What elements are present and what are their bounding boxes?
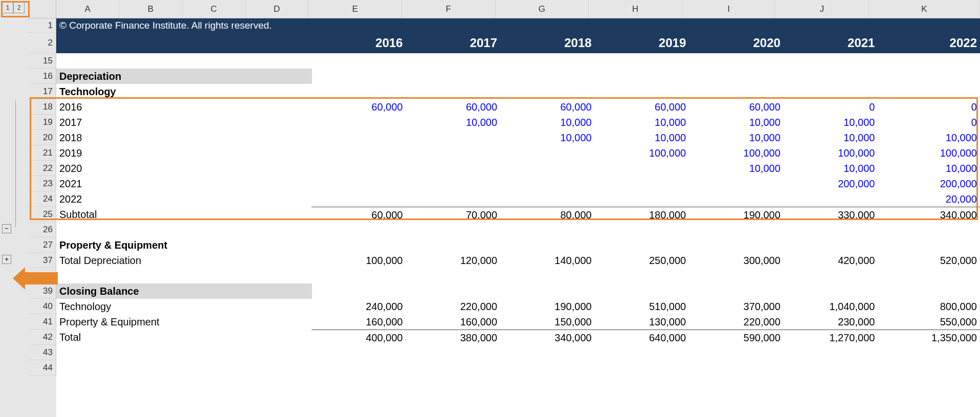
total-dep-2020: 300,000 [689, 253, 784, 268]
schedule-2020-col0 [311, 161, 406, 176]
schedule-2018-col6: 10,000 [878, 130, 980, 145]
banner-row-1: © Corporate Finance Institute. All right… [56, 18, 980, 33]
closing-total-2019: 640,000 [595, 330, 689, 345]
column-header-A[interactable]: A [56, 0, 119, 18]
row-header-19[interactable]: 19 [29, 115, 56, 130]
row-header-21[interactable]: 21 [29, 145, 56, 161]
outline-level-2-button[interactable]: 2 [13, 2, 25, 13]
schedule-2017-col0 [311, 115, 406, 130]
column-header-I[interactable]: I [682, 0, 776, 18]
schedule-2021-col3 [595, 176, 689, 191]
closing-balance-label: Closing Balance [56, 283, 312, 299]
row-header-38[interactable]: 38 [29, 268, 56, 283]
schedule-2016-col2: 60,000 [500, 99, 595, 115]
outline-panel: 1 2 − + [0, 0, 29, 417]
row-41-pe: Property & Equipment 160,000 160,000 150… [56, 314, 980, 330]
schedule-2022-col0 [311, 191, 406, 207]
schedule-2021-col4 [689, 176, 784, 191]
total-dep-2021: 420,000 [784, 253, 878, 268]
schedule-2019-col5: 100,000 [784, 145, 878, 161]
schedule-2021-col6: 200,000 [878, 176, 980, 191]
subtotal-2019: 180,000 [595, 207, 689, 222]
schedule-2016-col4: 60,000 [689, 99, 784, 115]
row-header-18[interactable]: 18 [29, 99, 56, 115]
schedule-2021-col5: 200,000 [784, 176, 878, 191]
row-header-41[interactable]: 41 [29, 314, 56, 330]
schedule-2017-col4: 10,000 [689, 115, 784, 130]
row-header-16[interactable]: 16 [29, 69, 56, 84]
schedule-2022-col6: 20,000 [878, 191, 980, 207]
row-26 [56, 222, 980, 237]
schedule-2020-col4: 10,000 [689, 161, 784, 176]
schedule-year-label-2022: 2022 [56, 191, 311, 207]
schedule-row-2022: 202220,000 [56, 191, 980, 207]
schedule-2018-col4: 10,000 [689, 130, 784, 145]
schedule-2019-col4: 100,000 [689, 145, 784, 161]
schedule-2021-col0 [311, 176, 406, 191]
schedule-2021-col2 [500, 176, 595, 191]
column-header-D[interactable]: D [246, 0, 308, 18]
schedule-2017-col5: 10,000 [784, 115, 878, 130]
schedule-row-2017: 201710,00010,00010,00010,00010,0000 [56, 115, 980, 130]
row-header-22[interactable]: 22 [29, 161, 56, 176]
row-header-37[interactable]: 37 [29, 253, 56, 268]
outline-level-1-button[interactable]: 1 [2, 2, 13, 13]
closing-total-2021: 1,270,000 [784, 330, 878, 345]
column-header-E[interactable]: E [308, 0, 402, 18]
row-header-42[interactable]: 42 [29, 330, 56, 345]
row-header-44[interactable]: 44 [29, 360, 56, 376]
row-header-1[interactable]: 1 [29, 18, 56, 33]
subtotal-2022: 340,000 [878, 207, 980, 222]
row-header-27[interactable]: 27 [29, 237, 56, 253]
row-38 [56, 268, 980, 283]
schedule-2017-col2: 10,000 [500, 115, 595, 130]
schedule-2017-col1: 10,000 [406, 115, 500, 130]
banner-text: © Corporate Finance Institute. All right… [56, 18, 980, 33]
column-header-G[interactable]: G [496, 0, 589, 18]
schedule-year-label-2021: 2021 [56, 176, 311, 191]
outline-column: − + [0, 25, 29, 417]
closing-pe-label: Property & Equipment [56, 314, 311, 330]
outline-level-buttons: 1 2 [2, 2, 25, 13]
row-header-26[interactable]: 26 [29, 222, 56, 237]
row-header-23[interactable]: 23 [29, 176, 56, 191]
row-header-20[interactable]: 20 [29, 130, 56, 145]
column-header-J[interactable]: J [775, 0, 869, 18]
total-dep-2022: 520,000 [878, 253, 980, 268]
row-header-25[interactable]: 25 [29, 207, 56, 222]
year-2021: 2021 [784, 33, 878, 53]
schedule-2016-col3: 60,000 [595, 99, 689, 115]
schedule-2016-col1: 60,000 [406, 99, 500, 115]
column-header-K[interactable]: K [869, 0, 980, 18]
row-37-total-dep: Total Depreciation 100,000 120,000 140,0… [56, 253, 980, 268]
row-39: Closing Balance [56, 283, 980, 299]
column-header-C[interactable]: C [183, 0, 246, 18]
row-header-39[interactable]: 39 [29, 283, 56, 299]
year-row-spacer [56, 33, 311, 53]
column-header-F[interactable]: F [402, 0, 496, 18]
column-header-H[interactable]: H [589, 0, 682, 18]
row-header-43[interactable]: 43 [29, 345, 56, 360]
row-header-15[interactable]: 15 [29, 53, 56, 69]
closing-pe-2016: 160,000 [311, 314, 406, 330]
closing-tech-label: Technology [56, 299, 311, 314]
column-headers: ABCDEFGHIJK [56, 0, 980, 18]
schedule-2018-col3: 10,000 [595, 130, 689, 145]
column-header-B[interactable]: B [119, 0, 182, 18]
closing-tech-2019: 510,000 [595, 299, 689, 314]
row-header-2[interactable]: 2 [29, 33, 56, 53]
total-dep-2017: 120,000 [406, 253, 500, 268]
subtotal-2016: 60,000 [311, 207, 406, 222]
row-header-40[interactable]: 40 [29, 299, 56, 314]
outline-expand-button[interactable]: + [2, 255, 11, 264]
closing-total-2018: 340,000 [500, 330, 595, 345]
schedule-year-label-2016: 2016 [56, 99, 311, 115]
schedule-row-2021: 2021200,000200,000 [56, 176, 980, 191]
row-header-17[interactable]: 17 [29, 84, 56, 99]
schedule-year-label-2020: 2020 [56, 161, 311, 176]
outline-collapse-button[interactable]: − [2, 224, 11, 233]
row-header-24[interactable]: 24 [29, 191, 56, 207]
closing-total-2017: 380,000 [406, 330, 500, 345]
closing-tech-2020: 370,000 [689, 299, 784, 314]
select-all-triangle[interactable] [29, 0, 56, 18]
